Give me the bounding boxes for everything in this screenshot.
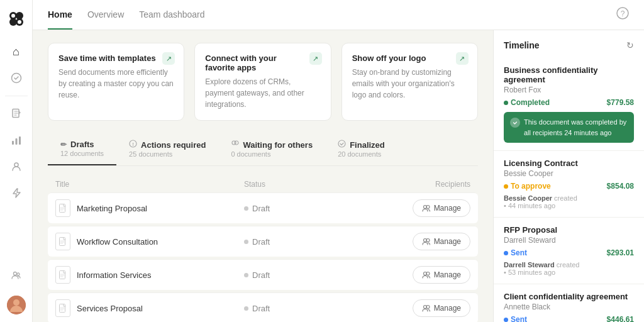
- tab-team-dashboard[interactable]: Team dashboard: [139, 1, 204, 30]
- tab-waiting[interactable]: Waiting for others 0 documents: [218, 133, 325, 165]
- svg-point-5: [11, 14, 15, 18]
- svg-rect-27: [60, 238, 65, 246]
- promo-cards: ↗ Save time with templates Send document…: [48, 43, 478, 121]
- help-icon[interactable]: ?: [616, 7, 629, 23]
- timeline-refresh-icon[interactable]: ↻: [626, 40, 634, 50]
- tl-dot-4: [504, 318, 508, 322]
- manage-button-information[interactable]: Manage: [413, 266, 470, 284]
- promo-arrow-templates: ↗: [162, 52, 175, 65]
- tl-status-row-4: Sent $446.61: [504, 315, 634, 322]
- timeline-title: Timeline: [504, 40, 540, 50]
- tl-amount-4: $446.61: [607, 315, 634, 322]
- tab-overview[interactable]: Overview: [87, 1, 124, 30]
- svg-point-22: [235, 141, 238, 145]
- timeline-header: Timeline ↻: [494, 40, 644, 58]
- doc-title-information: Information Services: [55, 266, 244, 284]
- doc-title-services: Services Proposal: [55, 299, 244, 317]
- drafts-count: 12 documents: [60, 150, 104, 157]
- status-dot: [244, 306, 248, 311]
- promo-desc-logo: Stay on-brand by customizing emails with…: [352, 67, 467, 101]
- manage-button-marketing[interactable]: Manage: [413, 199, 470, 217]
- doc-status-information: Draft: [244, 270, 357, 280]
- table-row: Workflow Consultation Draft Manage: [48, 226, 478, 257]
- timeline-item-2[interactable]: Licensing Contract Bessie Cooper To appr…: [494, 151, 644, 218]
- doc-status-workflow: Draft: [244, 237, 357, 247]
- promo-arrow-logo: ↗: [456, 52, 469, 65]
- tl-message-1: This document was completed by all recip…: [524, 117, 628, 138]
- table-row: Marketing Proposal Draft Manage: [48, 192, 478, 223]
- tl-dot-2: [504, 184, 508, 189]
- svg-point-23: [338, 140, 345, 147]
- tl-status-row-1: Completed $779.58: [504, 98, 634, 107]
- promo-title-logo: Show off your logo: [352, 53, 467, 63]
- people-icon[interactable]: [5, 155, 28, 178]
- tab-drafts[interactable]: ✏ Drafts 12 documents: [48, 133, 116, 165]
- actions-icon: !: [129, 140, 137, 150]
- table-header: Title Status Recipients: [48, 176, 478, 192]
- timeline-item-3[interactable]: RFP Proposal Darrell Steward Sent $293.0…: [494, 218, 644, 284]
- team-people-icon[interactable]: [5, 264, 28, 287]
- svg-point-6: [18, 20, 21, 24]
- svg-rect-10: [15, 138, 17, 145]
- document-tabs: ✏ Drafts 12 documents ! Actions required…: [48, 133, 478, 166]
- table-row: Services Proposal Draft Manage: [48, 292, 478, 322]
- tl-doc-name-1: Business confidentiality agreement: [504, 65, 634, 84]
- tl-check-icon: [510, 118, 520, 128]
- home-icon[interactable]: ⌂: [5, 40, 28, 63]
- tl-doc-name-3: RFP Proposal: [504, 225, 634, 235]
- promo-desc-templates: Send documents more efficiently by creat…: [58, 67, 174, 101]
- tl-person-1: Robert Fox: [504, 86, 634, 94]
- promo-arrow-apps: ↗: [309, 52, 322, 65]
- nav-tabs: Home Overview Team dashboard: [48, 0, 205, 30]
- tl-amount-3: $293.01: [607, 248, 634, 257]
- promo-card-templates[interactable]: ↗ Save time with templates Send document…: [48, 43, 184, 121]
- col-status: Status: [244, 180, 357, 189]
- doc-file-icon: [55, 233, 70, 250]
- doc-recipients-workflow: Manage: [357, 233, 470, 250]
- promo-desc-apps: Explore dozens of CRMs, payment gateways…: [205, 76, 320, 110]
- tl-person-2: Bessie Cooper: [504, 169, 634, 178]
- doc-status-services: Draft: [244, 304, 357, 313]
- timeline-item-4[interactable]: Client confidentiality agreement Annette…: [494, 284, 644, 322]
- tl-person-3: Darrell Steward: [504, 236, 634, 245]
- tab-actions-required[interactable]: ! Actions required 25 documents: [116, 133, 218, 165]
- promo-card-apps[interactable]: ↗ Connect with your favorite apps Explor…: [194, 43, 331, 121]
- tl-status-2: To approve: [504, 182, 551, 191]
- svg-rect-11: [19, 136, 21, 145]
- tl-status-row-2: To approve $854.08: [504, 182, 634, 191]
- manage-button-workflow[interactable]: Manage: [413, 233, 470, 250]
- lightning-icon[interactable]: [5, 182, 28, 204]
- timeline-item-1[interactable]: Business confidentiality agreement Rober…: [494, 58, 644, 151]
- tab-finalized[interactable]: Finalized 20 documents: [325, 133, 397, 165]
- svg-rect-9: [12, 141, 14, 145]
- doc-status-marketing: Draft: [244, 204, 357, 213]
- tl-status-row-3: Sent $293.01: [504, 248, 634, 257]
- doc-title-workflow: Workflow Consultation: [55, 233, 244, 250]
- table-row: Information Services Draft Manage: [48, 259, 478, 290]
- tl-status-4: Sent: [504, 315, 527, 322]
- drafts-label: Drafts: [70, 140, 94, 149]
- tl-amount-1: $779.58: [607, 98, 634, 107]
- doc-recipients-marketing: Manage: [357, 199, 470, 217]
- waiting-count: 0 documents: [231, 150, 270, 158]
- tab-home[interactable]: Home: [48, 1, 72, 30]
- manage-button-services[interactable]: Manage: [413, 299, 470, 317]
- chart-icon[interactable]: [5, 129, 28, 152]
- doc-file-icon: [55, 199, 70, 217]
- actions-label: Actions required: [141, 140, 206, 150]
- svg-text:!: !: [132, 142, 134, 147]
- document-icon[interactable]: [5, 103, 28, 125]
- svg-point-16: [13, 299, 19, 306]
- tl-person-4: Annette Black: [504, 303, 634, 311]
- promo-card-logo[interactable]: ↗ Show off your logo Stay on-brand by cu…: [341, 43, 478, 121]
- header: Home Overview Team dashboard ?: [33, 0, 644, 30]
- center-panel: ↗ Save time with templates Send document…: [33, 30, 493, 322]
- svg-rect-0: [5, 8, 28, 30]
- tl-activity-2: Bessie Cooper created • 44 minutes ago: [504, 194, 634, 209]
- svg-point-12: [14, 163, 18, 167]
- avatar[interactable]: [7, 296, 26, 314]
- check-icon[interactable]: [5, 67, 28, 89]
- logo: [5, 8, 28, 30]
- tl-dot-1: [504, 101, 508, 105]
- promo-title-apps: Connect with your favorite apps: [205, 53, 320, 72]
